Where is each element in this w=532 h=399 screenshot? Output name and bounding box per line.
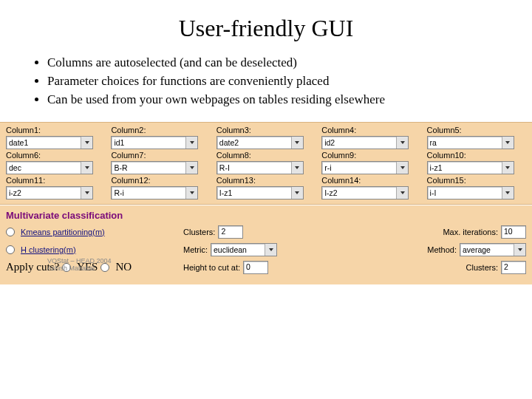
chevron-down-icon [502, 162, 514, 174]
clusters2-label: Clusters: [466, 263, 498, 272]
column-value: date1 [9, 138, 28, 147]
column-select[interactable]: date2 [216, 136, 304, 149]
metric-label: Metric: [183, 245, 208, 254]
column-label: Column14: [321, 176, 420, 186]
column-cell: Column4:id2 [321, 126, 420, 149]
chevron-down-icon [185, 187, 197, 199]
column-cell: Column9:r-i [321, 151, 420, 174]
metric-value: euclidean [214, 245, 247, 254]
column-cell: Column3:date2 [216, 126, 316, 149]
clusters2-input[interactable]: 2 [501, 261, 526, 274]
column-label: Column11: [6, 176, 105, 186]
kmeans-radio[interactable] [6, 228, 15, 236]
column-label: Column3: [216, 126, 316, 136]
column-select[interactable]: id2 [321, 136, 409, 149]
column-select[interactable]: date1 [6, 136, 93, 149]
column-label: Column7: [111, 151, 210, 161]
bullet-item: Parameter choices for functions are conv… [47, 73, 502, 90]
column-cell: Column8:R-I [216, 151, 316, 174]
column-select[interactable]: ra [427, 136, 514, 149]
chevron-down-icon [502, 187, 514, 199]
column-value: I-z2 [324, 188, 338, 197]
column-value: ra [430, 138, 437, 147]
column-value: R-I [219, 163, 230, 172]
column-cell: Column14:I-z2 [321, 176, 420, 200]
column-value: B-R [114, 163, 127, 172]
hclust-radio[interactable] [6, 245, 15, 254]
footer-line2: Ashish Mahabal [47, 265, 112, 273]
column-select[interactable]: R-i [111, 186, 198, 200]
maxiter-input[interactable]: 10 [501, 225, 526, 239]
column-select[interactable]: i-z2 [6, 186, 93, 200]
columns-panel: Column1:date1Column2:id1Column3:date2Col… [0, 122, 532, 205]
clusters-label: Clusters: [183, 228, 215, 236]
chevron-down-icon [514, 244, 525, 256]
column-label: Column9: [321, 151, 420, 161]
column-cell: Column7:B-R [111, 151, 210, 174]
method-label: Method: [427, 245, 457, 254]
column-select[interactable]: I-z1 [216, 186, 304, 200]
column-value: r-i [324, 163, 331, 172]
column-cell: Column11:i-z2 [6, 176, 105, 200]
column-label: Column8: [216, 151, 316, 161]
column-cell: Column6:dec [6, 151, 105, 174]
column-value: id2 [324, 138, 335, 147]
column-label: Column10: [427, 151, 526, 161]
chevron-down-icon [291, 162, 303, 174]
method-value: average [463, 245, 491, 254]
column-cell: Column13:I-z1 [216, 176, 316, 200]
column-select[interactable]: dec [6, 161, 93, 174]
bullet-item: Can be used from your own webpages on ta… [47, 92, 502, 109]
column-label: Column2: [111, 126, 210, 136]
chevron-down-icon [396, 137, 408, 149]
column-value: id1 [114, 138, 124, 147]
metric-select[interactable]: euclidean [211, 243, 277, 256]
column-cell: Column15:i-I [427, 176, 526, 200]
column-label: Column15: [427, 176, 526, 186]
column-cell: Column2:id1 [111, 126, 210, 149]
column-value: dec [9, 163, 21, 172]
chevron-down-icon [81, 137, 92, 149]
column-value: I-z1 [219, 188, 233, 197]
multivariate-panel: Multivariate classification Kmeans parti… [0, 205, 532, 284]
column-value: i-I [430, 188, 437, 197]
column-value: i-z2 [9, 188, 21, 197]
column-label: Column5: [427, 126, 526, 136]
column-select[interactable]: B-R [111, 161, 198, 174]
chevron-down-icon [185, 162, 197, 174]
column-value: date2 [219, 138, 239, 147]
chevron-down-icon [81, 162, 92, 174]
chevron-down-icon [265, 244, 276, 256]
column-select[interactable]: id1 [111, 136, 198, 149]
column-label: Column6: [6, 151, 105, 161]
applycuts-no-label: NO [115, 261, 132, 273]
column-select[interactable]: R-I [216, 161, 304, 174]
column-select[interactable]: I-z2 [321, 186, 409, 200]
page-title: User-friendly GUI [0, 15, 532, 42]
column-cell: Column10:i-z1 [427, 151, 526, 174]
column-label: Column13: [216, 176, 316, 186]
chevron-down-icon [185, 137, 197, 149]
method-select[interactable]: average [460, 243, 526, 256]
bullet-item: Columns are autoselected (and can be des… [47, 55, 502, 72]
chevron-down-icon [291, 187, 303, 199]
multivariate-title: Multivariate classification [6, 210, 526, 221]
chevron-down-icon [291, 137, 303, 149]
clusters-input[interactable]: 2 [218, 225, 243, 239]
column-label: Column1: [6, 126, 105, 136]
chevron-down-icon [502, 137, 514, 149]
bullet-list: Columns are autoselected (and can be des… [47, 55, 502, 109]
height-input[interactable]: 0 [243, 261, 268, 274]
height-label: Height to cut at: [183, 263, 240, 272]
maxiter-label: Max. iterations: [443, 228, 498, 236]
column-select[interactable]: i-z1 [427, 161, 514, 174]
hclust-link[interactable]: H clustering(m) [21, 245, 76, 254]
column-cell: Column12:R-i [111, 176, 210, 200]
column-select[interactable]: i-I [427, 186, 514, 200]
column-select[interactable]: r-i [321, 161, 409, 174]
chevron-down-icon [396, 187, 408, 199]
chevron-down-icon [81, 187, 92, 199]
column-label: Column4: [321, 126, 420, 136]
column-label: Column12: [111, 176, 210, 186]
kmeans-link[interactable]: Kmeans partitioning(m) [21, 228, 105, 236]
